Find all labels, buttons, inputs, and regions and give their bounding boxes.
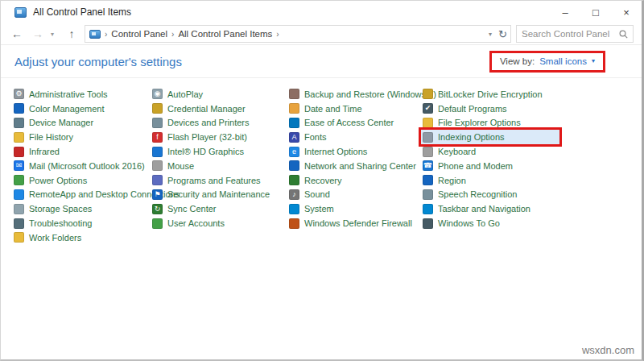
control-panel-item[interactable]: e Internet Options (287, 144, 372, 159)
control-panel-item[interactable]: Windows Defender Firewall (287, 216, 417, 230)
devices-and-printers-icon (152, 118, 163, 128)
control-panel-item[interactable]: File Explorer Options (421, 116, 526, 131)
view-by-dropdown-arrow-icon[interactable]: ▾ (592, 57, 595, 64)
maximize-button[interactable]: □ (580, 1, 611, 23)
page-header: Adjust your computer's settings View by:… (1, 45, 642, 78)
system-icon (289, 204, 299, 214)
search-box[interactable] (516, 25, 634, 43)
fonts-icon: A (289, 132, 299, 143)
control-panel-item[interactable]: f Flash Player (32-bit) (151, 130, 252, 144)
control-panel-item[interactable]: Recovery (287, 173, 346, 188)
control-panel-window: All Control Panel Items – □ × ← → ▾ ↑ › … (0, 0, 644, 361)
view-by-dropdown[interactable]: Small icons (539, 56, 587, 66)
item-label: BitLocker Drive Encryption (438, 89, 543, 99)
control-panel-item[interactable]: Date and Time (287, 102, 367, 116)
search-icon (619, 30, 628, 39)
internet-options-icon: e (289, 147, 299, 157)
mouse-icon (152, 160, 163, 171)
control-panel-item[interactable]: System (287, 201, 339, 216)
control-panel-item[interactable]: Keyboard (421, 144, 481, 159)
navigation-bar: ← → ▾ ↑ › Control Panel › All Control Pa… (1, 23, 642, 45)
color-management-icon (14, 103, 24, 114)
control-panel-item[interactable]: Ease of Access Center (287, 116, 398, 131)
item-label: System (304, 204, 334, 214)
up-button[interactable]: ↑ (64, 27, 80, 40)
page-title: Adjust your computer's settings (14, 55, 182, 68)
control-panel-item[interactable]: Mouse (151, 159, 199, 173)
mail-icon: ✉ (14, 160, 24, 171)
control-panel-items-grid: ⚙ Administrative Tools Color Management … (1, 78, 642, 245)
recovery-icon (289, 175, 299, 185)
address-dropdown-icon[interactable]: ▾ (489, 31, 492, 38)
item-label: Keyboard (438, 147, 476, 156)
remoteapp-icon (14, 189, 24, 200)
search-input[interactable] (522, 29, 616, 39)
items-column-4: BitLocker Drive Encryption ✔ Default Pro… (421, 87, 642, 245)
control-panel-item[interactable]: Storage Spaces (12, 201, 97, 216)
control-panel-item[interactable]: Work Folders (12, 230, 86, 245)
control-panel-item[interactable]: File History (12, 130, 78, 144)
control-panel-item[interactable]: ↻ Sync Center (151, 201, 221, 216)
item-label: Intel® HD Graphics (167, 147, 244, 156)
control-panel-item[interactable]: Color Management (12, 102, 109, 116)
item-label: Taskbar and Navigation (438, 204, 530, 214)
control-panel-item[interactable]: Network and Sharing Center (287, 159, 421, 173)
close-button[interactable]: × (611, 1, 642, 23)
item-label: Region (438, 176, 466, 185)
item-label: Windows To Go (438, 218, 500, 228)
breadcrumb-all-control-panel-items[interactable]: All Control Panel Items (178, 29, 272, 39)
item-label: Flash Player (32-bit) (167, 132, 247, 142)
flash-player-icon: f (152, 132, 163, 143)
control-panel-item[interactable]: ⚑ Security and Maintenance (151, 188, 275, 202)
bitlocker-icon (423, 89, 433, 99)
control-panel-item[interactable]: Taskbar and Navigation (421, 201, 535, 216)
control-panel-item[interactable]: User Accounts (151, 216, 229, 230)
items-column-3: Backup and Restore (Windows 7) Date and … (287, 87, 421, 245)
items-column-2: ◉ AutoPlay Credential Manager Devices an… (151, 87, 287, 245)
control-panel-item[interactable]: ◉ AutoPlay (151, 87, 208, 102)
control-panel-item[interactable]: ☎ Phone and Modem (421, 159, 518, 173)
minimize-button[interactable]: – (550, 1, 580, 23)
item-label: Devices and Printers (167, 118, 250, 127)
item-label: Color Management (29, 104, 105, 114)
control-panel-item[interactable]: Backup and Restore (Windows 7) (287, 87, 441, 102)
control-panel-item[interactable]: Indexing Options (421, 130, 559, 144)
control-panel-item[interactable]: BitLocker Drive Encryption (421, 87, 547, 102)
control-panel-item[interactable]: Programs and Features (151, 173, 266, 188)
storage-spaces-icon (14, 204, 24, 214)
control-panel-item[interactable]: Troubleshooting (12, 216, 97, 230)
item-label: Mouse (167, 161, 194, 171)
back-button[interactable]: ← (9, 27, 25, 40)
item-label: Indexing Options (438, 132, 505, 142)
sound-icon: ♪ (289, 189, 299, 200)
item-label: File Explorer Options (438, 118, 521, 127)
control-panel-item[interactable]: Power Options (12, 173, 92, 188)
item-label: Work Folders (29, 233, 81, 243)
control-panel-breadcrumb-icon (89, 30, 101, 39)
refresh-icon[interactable]: ↻ (498, 28, 507, 40)
control-panel-item[interactable]: Device Manager (12, 116, 98, 131)
administrative-tools-icon: ⚙ (14, 89, 24, 99)
control-panel-item[interactable]: Windows To Go (421, 216, 505, 230)
control-panel-item[interactable]: ✔ Default Programs (421, 102, 512, 116)
control-panel-item[interactable]: A Fonts (287, 130, 332, 144)
item-label: Date and Time (304, 104, 362, 114)
sync-center-icon: ↻ (152, 204, 163, 214)
control-panel-item[interactable]: Region (421, 173, 471, 188)
forward-button[interactable]: → (30, 27, 46, 40)
item-label: Phone and Modem (438, 161, 513, 171)
control-panel-item[interactable]: ⚙ Administrative Tools (12, 87, 113, 102)
breadcrumb-control-panel[interactable]: Control Panel (111, 29, 167, 39)
control-panel-item[interactable]: Infrared (12, 144, 64, 159)
control-panel-item[interactable]: ♪ Sound (287, 188, 335, 202)
control-panel-item[interactable]: Speech Recognition (421, 188, 522, 202)
control-panel-item[interactable]: Credential Manager (151, 102, 250, 116)
control-panel-item[interactable]: ✉ Mail (Microsoft Outlook 2016) (12, 159, 150, 173)
control-panel-item[interactable]: Intel® HD Graphics (151, 144, 249, 159)
control-panel-app-icon (14, 7, 27, 18)
address-bar[interactable]: › Control Panel › All Control Panel Item… (85, 25, 511, 43)
control-panel-item[interactable]: Devices and Printers (151, 116, 254, 131)
item-label: Infrared (29, 147, 60, 156)
history-dropdown-icon[interactable]: ▾ (51, 31, 59, 38)
troubleshooting-icon (14, 218, 24, 229)
